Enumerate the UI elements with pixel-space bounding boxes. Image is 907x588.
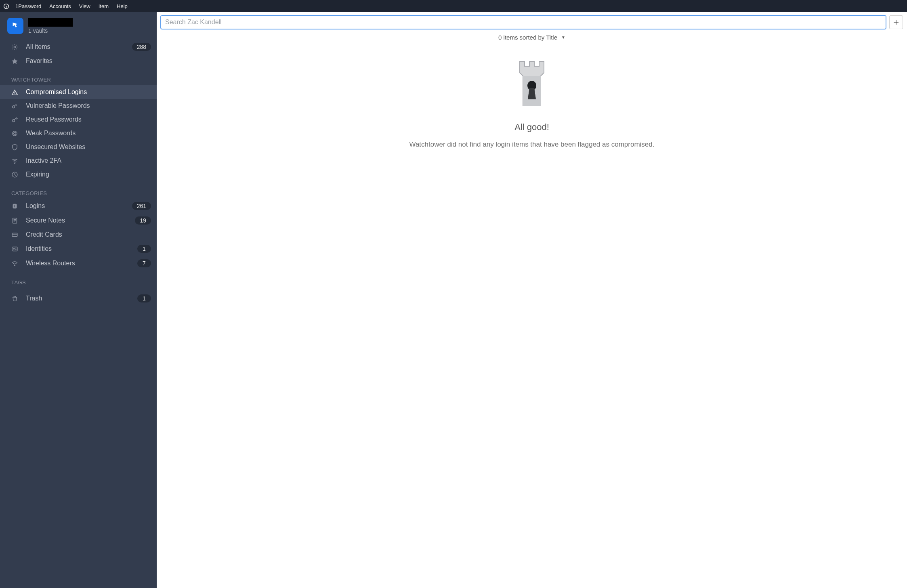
sidebar-item-label: Unsecured Websites <box>26 143 151 151</box>
sidebar-item-label: All items <box>26 43 126 50</box>
sidebar-item-wireless-routers[interactable]: Wireless Routers 7 <box>0 256 157 271</box>
svg-rect-19 <box>12 247 17 251</box>
sidebar-item-label: Wireless Routers <box>26 260 131 267</box>
sidebar-top-section: All items 288 Favorites <box>0 38 157 69</box>
sidebar-item-badge: 19 <box>135 216 151 225</box>
main-top-bar <box>157 12 907 29</box>
sidebar-item-identities[interactable]: Identities 1 <box>0 242 157 256</box>
sidebar-item-badge: 288 <box>132 43 151 51</box>
sidebar-categories-section: CATEGORIES Logins 261 Secure Notes 19 <box>0 183 157 272</box>
sidebar-heading-tags: TAGS <box>0 274 157 288</box>
settings-icon <box>10 43 19 50</box>
sidebar-item-badge: 1 <box>137 294 151 302</box>
sidebar-item-label: Credit Cards <box>26 231 151 238</box>
key-icon <box>10 116 19 123</box>
sidebar-item-inactive-2fa[interactable]: Inactive 2FA <box>0 154 157 168</box>
empty-state: All good! Watchtower did not find any lo… <box>157 45 907 588</box>
sidebar-watchtower-section: WATCHTOWER Compromised Logins Vulnerable… <box>0 69 157 183</box>
add-item-button[interactable] <box>889 15 903 29</box>
sort-label: 0 items sorted by Title <box>498 34 557 41</box>
svg-point-7 <box>13 132 16 134</box>
empty-state-title: All good! <box>514 122 549 132</box>
svg-rect-17 <box>12 233 17 237</box>
sidebar-item-badge: 261 <box>132 202 151 210</box>
vuln-icon <box>10 102 19 109</box>
star-icon <box>10 57 19 65</box>
menu-accounts[interactable]: Accounts <box>45 2 75 11</box>
svg-point-20 <box>13 248 14 249</box>
menu-help[interactable]: Help <box>113 2 132 11</box>
app-icon <box>2 2 10 10</box>
sidebar-trash-section: Trash 1 <box>0 290 157 307</box>
sidebar-item-badge: 7 <box>137 259 151 267</box>
sidebar-item-expiring[interactable]: Expiring <box>0 168 157 181</box>
sidebar-item-label: Inactive 2FA <box>26 157 151 164</box>
circle-icon <box>10 130 19 137</box>
sidebar-item-label: Identities <box>26 245 131 252</box>
sidebar-item-badge: 1 <box>137 245 151 253</box>
id-icon <box>10 245 19 252</box>
svg-point-4 <box>12 105 15 108</box>
svg-point-5 <box>12 119 15 122</box>
sidebar-item-label: Compromised Logins <box>26 88 151 96</box>
alert-icon <box>10 88 19 96</box>
sidebar-item-all-items[interactable]: All items 288 <box>0 40 157 54</box>
sidebar-item-label: Favorites <box>26 57 151 65</box>
trash-icon <box>10 295 19 302</box>
menu-1password[interactable]: 1Password <box>11 2 45 11</box>
svg-point-6 <box>12 131 17 135</box>
sidebar: 1 vaults All items 288 Favorites <box>0 12 157 588</box>
sidebar-item-favorites[interactable]: Favorites <box>0 54 157 68</box>
sidebar-item-label: Expiring <box>26 171 151 178</box>
wifi-icon <box>10 157 19 164</box>
sidebar-item-credit-cards[interactable]: Credit Cards <box>0 228 157 242</box>
shield-icon <box>10 143 19 151</box>
sidebar-heading-categories: CATEGORIES <box>0 185 157 199</box>
clock-icon <box>10 171 19 178</box>
sort-row[interactable]: 0 items sorted by Title ▼ <box>157 29 907 45</box>
sidebar-heading-watchtower: WATCHTOWER <box>0 71 157 85</box>
menu-view[interactable]: View <box>75 2 94 11</box>
sidebar-item-vulnerable-passwords[interactable]: Vulnerable Passwords <box>0 99 157 113</box>
menubar: 1Password Accounts View Item Help <box>0 0 907 12</box>
sidebar-item-label: Logins <box>26 202 126 210</box>
sidebar-item-label: Trash <box>26 295 131 302</box>
sidebar-item-label: Weak Passwords <box>26 130 151 137</box>
sidebar-item-label: Reused Passwords <box>26 116 151 123</box>
sidebar-item-compromised-logins[interactable]: Compromised Logins <box>0 85 157 99</box>
router-icon <box>10 260 19 267</box>
account-vaults-label: 1 vaults <box>28 27 73 34</box>
empty-state-description: Watchtower did not find any login items … <box>409 141 655 149</box>
main-panel: 0 items sorted by Title ▼ All good! Watc… <box>157 12 907 588</box>
sidebar-item-reused-passwords[interactable]: Reused Passwords <box>0 113 157 126</box>
watchtower-icon <box>512 57 552 110</box>
account-name-redacted <box>28 18 73 27</box>
sidebar-item-trash[interactable]: Trash 1 <box>0 291 157 306</box>
account-header[interactable]: 1 vaults <box>0 12 157 38</box>
card-icon <box>10 231 19 238</box>
menu-item[interactable]: Item <box>94 2 113 11</box>
svg-point-23 <box>14 265 15 265</box>
sidebar-item-unsecured-websites[interactable]: Unsecured Websites <box>0 140 157 154</box>
chevron-down-icon: ▼ <box>561 35 565 40</box>
account-avatar <box>7 18 23 34</box>
note-icon <box>10 217 19 224</box>
sidebar-item-label: Secure Notes <box>26 217 128 224</box>
sidebar-item-weak-passwords[interactable]: Weak Passwords <box>0 126 157 140</box>
account-info: 1 vaults <box>28 18 73 34</box>
sidebar-item-logins[interactable]: Logins 261 <box>0 199 157 213</box>
svg-point-3 <box>14 46 15 48</box>
sidebar-tags-section: TAGS <box>0 272 157 290</box>
sidebar-item-label: Vulnerable Passwords <box>26 102 151 109</box>
search-input[interactable] <box>161 15 886 29</box>
sidebar-item-secure-notes[interactable]: Secure Notes 19 <box>0 213 157 228</box>
svg-rect-12 <box>14 206 15 207</box>
lock-icon <box>10 202 19 210</box>
svg-point-8 <box>14 163 15 164</box>
